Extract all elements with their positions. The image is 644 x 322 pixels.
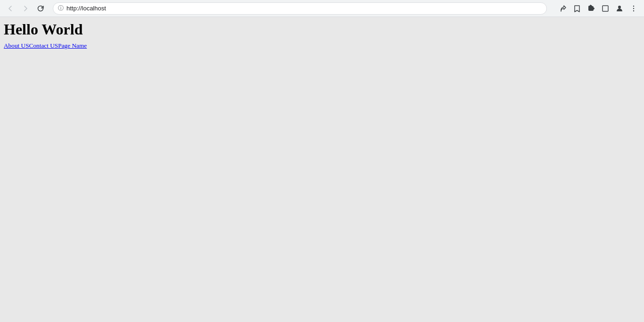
svg-rect-0 [603, 6, 608, 11]
share-button[interactable] [556, 2, 570, 15]
address-bar[interactable]: ⓘ http://localhost [53, 2, 547, 15]
contact-us-link[interactable]: Contact US [29, 42, 58, 50]
svg-point-1 [618, 6, 621, 8]
page-content: Hello World About US Contact US Page Nam… [0, 17, 644, 306]
svg-point-3 [633, 8, 634, 8]
bookmark-button[interactable] [570, 2, 584, 15]
forward-button[interactable] [19, 2, 32, 15]
profile-button[interactable] [613, 2, 626, 15]
page-name-link[interactable]: Page Name [58, 42, 87, 50]
back-button[interactable] [4, 2, 17, 15]
reload-button[interactable] [34, 2, 47, 15]
svg-point-2 [633, 5, 634, 6]
toolbar-right [556, 2, 640, 15]
svg-point-4 [633, 10, 634, 11]
url-text: http://localhost [66, 5, 106, 12]
page-heading: Hello World [4, 21, 640, 38]
lock-icon: ⓘ [58, 4, 64, 12]
menu-button[interactable] [627, 2, 640, 15]
extension-button[interactable] [585, 2, 598, 15]
window-button[interactable] [599, 2, 612, 15]
about-us-link[interactable]: About US [4, 42, 29, 50]
page-links: About US Contact US Page Name [4, 42, 640, 50]
browser-toolbar: ⓘ http://localhost [0, 0, 644, 17]
